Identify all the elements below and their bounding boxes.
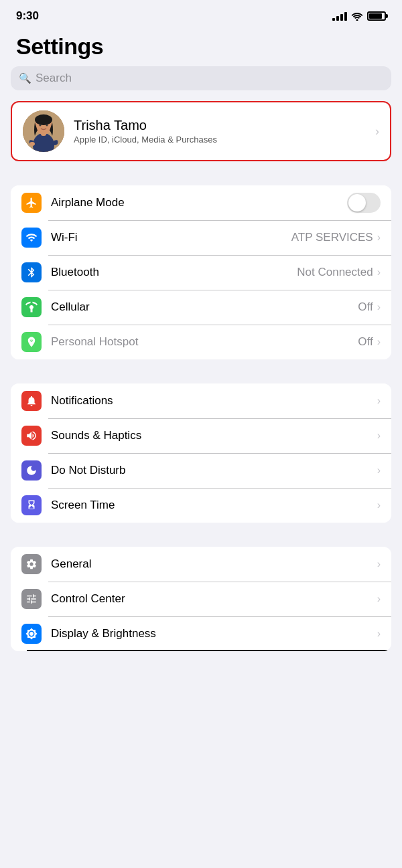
display-brightness-row[interactable]: Display & Brightness ›: [11, 616, 391, 651]
wifi-chevron-icon: ›: [377, 232, 381, 244]
general-row[interactable]: General ›: [11, 547, 391, 582]
profile-info: Trisha Tamo Apple ID, iCloud, Media & Pu…: [74, 118, 375, 145]
dnd-row[interactable]: Do Not Disturb ›: [11, 453, 391, 488]
sounds-chevron-icon: ›: [377, 430, 381, 442]
notifications-chevron-icon: ›: [377, 395, 381, 407]
svg-point-8: [46, 124, 48, 126]
dnd-chevron-icon: ›: [377, 464, 381, 476]
control-center-label: Control Center: [51, 592, 377, 606]
profile-chevron-icon: ›: [375, 124, 379, 139]
airplane-mode-label: Airplane Mode: [51, 196, 347, 209]
search-placeholder: Search: [36, 72, 72, 85]
svg-point-10: [31, 339, 33, 341]
svg-point-6: [35, 114, 52, 125]
status-time: 9:30: [16, 9, 39, 23]
avatar: [23, 110, 64, 152]
system-card: General › Control Center › Display & Bri…: [11, 547, 391, 651]
cellular-label: Cellular: [51, 300, 358, 314]
control-center-chevron-icon: ›: [377, 593, 381, 605]
notifications-card: Notifications › Sounds & Haptics › Do No…: [11, 383, 391, 523]
cellular-chevron-icon: ›: [377, 301, 381, 313]
wifi-label: Wi-Fi: [51, 231, 291, 244]
bluetooth-icon: [21, 262, 42, 282]
signal-icon: [332, 11, 347, 21]
bluetooth-chevron-icon: ›: [377, 266, 381, 278]
bluetooth-label: Bluetooth: [51, 266, 297, 279]
general-label: General: [51, 557, 377, 571]
notifications-label: Notifications: [51, 394, 377, 408]
screen-time-row[interactable]: Screen Time ›: [11, 488, 391, 523]
screen-time-label: Screen Time: [51, 499, 377, 512]
moon-icon: [21, 460, 42, 481]
airplane-mode-row[interactable]: Airplane Mode: [11, 185, 391, 220]
sounds-row[interactable]: Sounds & Haptics ›: [11, 418, 391, 453]
general-chevron-icon: ›: [377, 558, 381, 570]
airplane-mode-toggle[interactable]: [347, 193, 381, 213]
hotspot-row[interactable]: Personal Hotspot Off ›: [11, 325, 391, 359]
profile-row[interactable]: Trisha Tamo Apple ID, iCloud, Media & Pu…: [11, 101, 391, 161]
dnd-label: Do Not Disturb: [51, 464, 377, 477]
gear-icon: [21, 554, 42, 574]
notifications-row[interactable]: Notifications ›: [11, 383, 391, 418]
svg-point-9: [29, 142, 35, 146]
control-center-row[interactable]: Control Center ›: [11, 582, 391, 616]
status-icons: [332, 11, 386, 21]
cellular-icon: [21, 297, 42, 317]
connectivity-card: Airplane Mode Wi-Fi ATP SERVICES ›: [11, 185, 391, 359]
page-title: Settings: [16, 33, 386, 60]
bluetooth-row[interactable]: Bluetooth Not Connected ›: [11, 255, 391, 290]
hotspot-icon: [21, 332, 42, 352]
sound-icon: [21, 426, 42, 446]
notifications-section: Notifications › Sounds & Haptics › Do No…: [0, 383, 402, 523]
profile-subtitle: Apple ID, iCloud, Media & Purchases: [74, 135, 375, 145]
status-bar: 9:30: [0, 0, 402, 28]
search-icon: 🔍: [19, 72, 31, 84]
hotspot-label: Personal Hotspot: [51, 335, 358, 349]
cellular-row[interactable]: Cellular Off ›: [11, 290, 391, 325]
profile-section: Trisha Tamo Apple ID, iCloud, Media & Pu…: [0, 101, 402, 161]
battery-icon: [367, 11, 386, 21]
cellular-value: Off: [358, 300, 373, 314]
hourglass-icon: [21, 495, 42, 515]
airplane-icon: [21, 193, 42, 213]
bluetooth-value: Not Connected: [297, 266, 373, 279]
sounds-label: Sounds & Haptics: [51, 429, 377, 442]
wifi-value: ATP SERVICES: [291, 231, 373, 244]
bell-icon: [21, 391, 42, 411]
wifi-status-icon: [351, 12, 363, 21]
profile-name: Trisha Tamo: [74, 118, 375, 133]
wifi-settings-icon: [21, 228, 42, 248]
connectivity-section: Airplane Mode Wi-Fi ATP SERVICES ›: [0, 185, 402, 359]
wifi-row[interactable]: Wi-Fi ATP SERVICES ›: [11, 220, 391, 255]
page-header: Settings: [0, 28, 402, 66]
sliders-icon: [21, 589, 42, 609]
hotspot-chevron-icon: ›: [377, 336, 381, 348]
svg-point-0: [356, 19, 358, 21]
search-bar[interactable]: 🔍 Search: [11, 66, 391, 90]
display-icon: [21, 624, 42, 644]
system-section: General › Control Center › Display & Bri…: [0, 547, 402, 651]
display-chevron-icon: ›: [377, 628, 381, 640]
display-brightness-label: Display & Brightness: [51, 627, 377, 640]
screen-time-chevron-icon: ›: [377, 499, 381, 511]
hotspot-value: Off: [358, 335, 373, 349]
svg-point-7: [40, 124, 42, 126]
